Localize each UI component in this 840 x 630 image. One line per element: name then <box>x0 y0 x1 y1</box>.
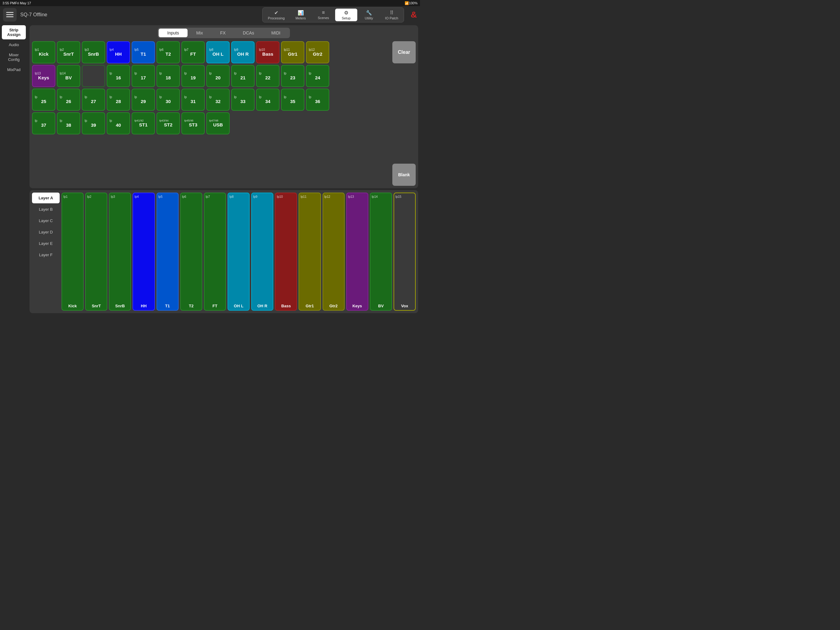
strip-ip12[interactable]: Ip12Gtr2 <box>322 193 345 311</box>
tab-iopatch[interactable]: ⠿ IO Patch <box>381 9 403 21</box>
channel-ip33[interactable]: Ip33 <box>231 89 254 111</box>
tab-mix[interactable]: Mix <box>188 28 212 37</box>
channel-ip45-46[interactable]: Ip45/46ST3 <box>182 112 205 135</box>
status-date: Fri May 17 <box>15 1 31 5</box>
channel-ip2[interactable]: Ip2SnrT <box>57 41 80 63</box>
clear-button[interactable]: Clear <box>392 41 416 63</box>
tab-processing[interactable]: ✔ Processing <box>264 9 289 21</box>
layer-f[interactable]: Layer F <box>32 250 60 260</box>
layer-e[interactable]: Layer E <box>32 238 60 249</box>
strip-ip7[interactable]: Ip7FT <box>204 193 226 311</box>
channel-ip11[interactable]: Ip11Gtr1 <box>281 41 305 63</box>
grid-row-2: Ip13Keys Ip14BV Ip16 Ip17 Ip18 Ip19 Ip20… <box>32 65 390 87</box>
tab-meters[interactable]: 📊 Meters <box>290 9 312 21</box>
strip-ip3[interactable]: Ip3SnrB <box>109 193 131 311</box>
strip-ip1[interactable]: Ip1Kick <box>62 193 84 311</box>
channel-ip15-empty <box>82 65 105 87</box>
setup-icon: ⚙ <box>344 10 348 16</box>
strip-ip10[interactable]: Ip10Bass <box>275 193 297 311</box>
channel-ip38[interactable]: Ip38 <box>57 112 80 135</box>
layer-c[interactable]: Layer C <box>32 215 60 226</box>
channel-ip36[interactable]: Ip36 <box>306 89 329 111</box>
content-area: Inputs Mix FX DCAs MIDI Ip1Kick Ip2SnrT … <box>28 24 420 315</box>
layer-b[interactable]: Layer B <box>32 204 60 215</box>
grid-row-1: Ip1Kick Ip2SnrT Ip3SnrB Ip4HH Ip5T1 Ip6T… <box>32 41 390 63</box>
channel-ip7[interactable]: Ip7FT <box>182 41 205 63</box>
channel-ip32[interactable]: Ip32 <box>206 89 230 111</box>
channel-ip13[interactable]: Ip13Keys <box>32 65 55 87</box>
channel-ip3[interactable]: Ip3SnrB <box>82 41 105 63</box>
channel-ip40[interactable]: Ip40 <box>107 112 130 135</box>
layer-a[interactable]: Layer A <box>32 193 60 203</box>
strip-ip8[interactable]: Ip8OH L <box>227 193 249 311</box>
sidebar-item-audio[interactable]: Audio <box>2 40 26 49</box>
channel-ip43-44[interactable]: Ip43/44ST2 <box>156 112 180 135</box>
strip-ip11[interactable]: Ip11Gtr1 <box>298 193 321 311</box>
channel-ip26[interactable]: Ip26 <box>57 89 80 111</box>
scenes-icon: ≡ <box>322 10 325 15</box>
sidebar-item-strip-assign[interactable]: Strip Assign <box>2 25 26 40</box>
ampersand-logo: & <box>411 10 417 20</box>
app-logo[interactable] <box>3 8 17 22</box>
strip-ip13[interactable]: Ip13Keys <box>346 193 368 311</box>
blank-button[interactable]: Blank <box>392 164 416 186</box>
channel-ip35[interactable]: Ip35 <box>281 89 305 111</box>
channel-ip47-48[interactable]: Ip47/48USB <box>206 112 230 135</box>
channel-ip28[interactable]: Ip28 <box>107 89 130 111</box>
channel-ip37[interactable]: Ip37 <box>32 112 55 135</box>
channel-ip34[interactable]: Ip34 <box>256 89 279 111</box>
channel-ip31[interactable]: Ip31 <box>182 89 205 111</box>
tab-inputs[interactable]: Inputs <box>159 28 188 37</box>
channel-ip25[interactable]: Ip25 <box>32 89 55 111</box>
channel-ip23[interactable]: Ip23 <box>281 65 305 87</box>
tab-midi[interactable]: MIDI <box>262 28 289 37</box>
channel-ip17[interactable]: Ip17 <box>132 65 155 87</box>
channel-ip21[interactable]: Ip21 <box>231 65 254 87</box>
header: SQ-7 Offline ✔ Processing 📊 Meters ≡ Sce… <box>0 6 420 24</box>
channel-ip18[interactable]: Ip18 <box>156 65 180 87</box>
tab-utility-label: Utility <box>365 16 373 20</box>
channel-ip39[interactable]: Ip39 <box>82 112 105 135</box>
channel-ip16[interactable]: Ip16 <box>107 65 130 87</box>
tab-dcas[interactable]: DCAs <box>234 28 263 37</box>
status-time: 3:55 PM <box>2 1 15 5</box>
strip-ip2[interactable]: Ip2SnrT <box>85 193 107 311</box>
main-layout: Strip Assign Audio Mixer Config MixPad I… <box>0 24 420 315</box>
content-tab-bar: Inputs Mix FX DCAs MIDI <box>158 28 290 38</box>
channel-ip1[interactable]: Ip1Kick <box>32 41 55 63</box>
strip-ip14[interactable]: Ip14BV <box>370 193 392 311</box>
channel-ip8[interactable]: Ip8OH L <box>206 41 230 63</box>
channel-ip29[interactable]: Ip29 <box>132 89 155 111</box>
channel-ip19[interactable]: Ip19 <box>182 65 205 87</box>
strip-ip5[interactable]: Ip5T1 <box>156 193 178 311</box>
channel-ip9[interactable]: Ip9OH R <box>231 41 254 63</box>
layer-d[interactable]: Layer D <box>32 227 60 237</box>
svg-rect-0 <box>6 12 14 13</box>
channel-ip6[interactable]: Ip6T2 <box>156 41 180 63</box>
channel-ip30[interactable]: Ip30 <box>156 89 180 111</box>
channel-ip14[interactable]: Ip14BV <box>57 65 80 87</box>
channel-ip27[interactable]: Ip27 <box>82 89 105 111</box>
channel-ip24[interactable]: Ip24 <box>306 65 329 87</box>
strip-ip4[interactable]: Ip4HH <box>133 193 155 311</box>
channel-ip22[interactable]: Ip22 <box>256 65 279 87</box>
tab-fx[interactable]: FX <box>212 28 234 37</box>
grid-row-4: Ip37 Ip38 Ip39 Ip40 Ip41/42ST1 Ip43/44ST… <box>32 112 390 135</box>
sidebar-item-mixer-config[interactable]: Mixer Config <box>2 50 26 64</box>
strip-ip6[interactable]: Ip6T2 <box>180 193 202 311</box>
tab-setup[interactable]: ⚙ Setup <box>335 9 357 21</box>
channel-ip4[interactable]: Ip4HH <box>107 41 130 63</box>
channel-ip5[interactable]: Ip5T1 <box>132 41 155 63</box>
sidebar-item-mixpad[interactable]: MixPad <box>2 65 26 74</box>
channel-ip10[interactable]: Ip10Bass <box>256 41 279 63</box>
strip-ip9[interactable]: Ip9OH R <box>251 193 273 311</box>
tab-scenes[interactable]: ≡ Scenes <box>313 9 335 21</box>
channel-ip12[interactable]: Ip12Gtr2 <box>306 41 329 63</box>
channel-ip41-42[interactable]: Ip41/42ST1 <box>132 112 155 135</box>
strip-ip15[interactable]: Ip15Vox <box>393 193 416 311</box>
tab-utility[interactable]: 🔧 Utility <box>358 9 380 21</box>
content-tab-bar-wrapper: Inputs Mix FX DCAs MIDI <box>32 28 416 40</box>
svg-rect-1 <box>6 14 14 15</box>
status-bar: 3:55 PM Fri May 17 📶 100% <box>0 0 420 6</box>
channel-ip20[interactable]: Ip20 <box>206 65 230 87</box>
